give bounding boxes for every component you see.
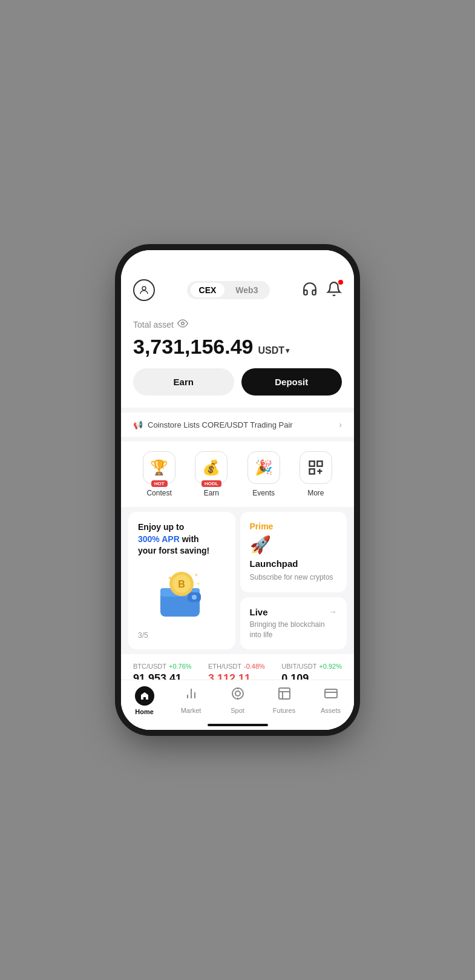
contest-icon-wrap: 🏆 HOT	[143, 451, 175, 484]
market-label: Market	[181, 707, 201, 714]
svg-rect-25	[325, 689, 337, 698]
svg-text:B: B	[178, 579, 185, 589]
nav-spot[interactable]: Spot	[214, 686, 261, 715]
quick-item-earn[interactable]: 💰 HODL Earn	[195, 451, 228, 497]
eth-pair-label: ETH/USDT	[208, 663, 241, 670]
spot-icon	[231, 686, 245, 704]
notification-dot	[338, 280, 343, 285]
contest-icon: 🏆	[150, 459, 168, 476]
currency-selector[interactable]: USDT ▾	[258, 345, 290, 356]
assets-label: Assets	[321, 707, 341, 714]
launchpad-card[interactable]: Prime 🚀 Launchpad Subscribe for new cryp…	[240, 512, 347, 592]
more-label: More	[307, 489, 324, 497]
header-icons	[302, 281, 342, 299]
megaphone-icon: 📢	[133, 420, 143, 429]
home-indicator	[208, 724, 268, 726]
svg-text:✦: ✦	[197, 582, 200, 586]
visibility-toggle-icon[interactable]	[177, 318, 188, 331]
announcement-bar[interactable]: 📢 Coinstore Lists CORE/USDT Trading Pair…	[121, 412, 354, 437]
coin-wallet-illustration: B ✦ ✦ ✦	[154, 567, 209, 621]
more-icon-wrap	[300, 451, 332, 484]
events-icon: 🎉	[255, 459, 273, 476]
quick-item-events[interactable]: 🎉 Events	[247, 451, 280, 497]
btc-pct: +0.76%	[169, 663, 192, 670]
earn-nav-label: Earn	[204, 489, 219, 497]
rocket-icon: 🚀	[250, 535, 338, 555]
header: CEX Web3	[121, 250, 354, 308]
tab-cex[interactable]: CEX	[191, 283, 225, 297]
events-label: Events	[252, 489, 275, 497]
events-icon-wrap: 🎉	[247, 451, 280, 484]
live-title: Live	[250, 607, 268, 617]
savings-card-bottom: 3/5	[138, 631, 226, 640]
deposit-button[interactable]: Deposit	[241, 368, 342, 396]
cards-section: Enjoy up to 300% APR with your forst sav…	[121, 512, 354, 649]
savings-headline: Enjoy up to 300% APR with your forst sav…	[138, 521, 226, 557]
launchpad-title: Launchpad	[250, 558, 338, 569]
spot-label: Spot	[231, 707, 244, 714]
asset-value: 3,731,156.49	[133, 335, 254, 359]
nav-assets[interactable]: Assets	[307, 686, 354, 715]
svg-rect-2	[309, 462, 314, 466]
hot-badge: HOT	[151, 480, 168, 487]
tab-web3[interactable]: Web3	[227, 283, 266, 297]
svg-point-18	[232, 688, 243, 699]
nav-futures[interactable]: Futures	[261, 686, 307, 715]
more-grid-icon	[307, 459, 324, 476]
svg-rect-3	[317, 462, 322, 466]
hodl-badge: HODL	[201, 480, 221, 487]
action-buttons: Earn Deposit	[133, 368, 342, 396]
launchpad-subtitle: Subscribe for new cryptos	[250, 572, 338, 583]
asset-amount: 3,731,156.49 USDT ▾	[133, 335, 342, 359]
support-icon[interactable]	[302, 281, 318, 299]
futures-icon	[277, 686, 292, 704]
earn-icon-wrap: 💰 HODL	[195, 451, 228, 484]
ubit-pair-label: UBIT/USDT	[281, 663, 316, 670]
mode-tabs: CEX Web3	[187, 281, 270, 299]
quick-item-more[interactable]: More	[300, 451, 332, 497]
home-label: Home	[135, 708, 154, 715]
live-subtitle: Bringing the blockchain into life	[250, 620, 338, 640]
profile-icon[interactable]	[133, 279, 155, 301]
ubit-pct: +0.92%	[319, 663, 342, 670]
btc-pair-label: BTC/USDT	[133, 663, 166, 670]
live-title-row: Live →	[250, 607, 338, 617]
prime-badge: Prime	[250, 521, 338, 531]
card-pagination: 3/5	[138, 631, 148, 640]
earn-button[interactable]: Earn	[133, 368, 234, 396]
svg-point-19	[235, 691, 240, 696]
asset-section: Total asset 3,731,156.49 USDT ▾ Earn Dep…	[121, 308, 354, 408]
quick-links: 🏆 HOT Contest 💰 HODL Earn 🎉 Events	[121, 442, 354, 507]
live-card[interactable]: Live → Bringing the blockchain into life	[240, 597, 347, 650]
home-icon	[135, 686, 154, 706]
nav-home[interactable]: Home	[121, 686, 168, 715]
svg-point-8	[192, 595, 197, 600]
savings-card[interactable]: Enjoy up to 300% APR with your forst sav…	[128, 512, 235, 649]
eth-pct: -0.48%	[244, 663, 265, 670]
total-asset-label: Total asset	[133, 318, 342, 331]
asset-label-text: Total asset	[133, 320, 174, 329]
svg-rect-22	[279, 688, 290, 699]
contest-label: Contest	[146, 489, 171, 497]
earn-icon: 💰	[202, 459, 220, 476]
announcement-arrow-icon: ›	[339, 420, 342, 429]
svg-text:✦: ✦	[194, 572, 198, 578]
assets-icon	[324, 686, 338, 704]
bottom-nav: Home Market	[121, 680, 354, 730]
nav-market[interactable]: Market	[168, 686, 214, 715]
market-icon	[184, 686, 198, 704]
live-arrow-icon: →	[329, 607, 337, 617]
currency-label: USDT	[258, 345, 285, 356]
svg-text:✦: ✦	[168, 575, 172, 581]
futures-label: Futures	[273, 707, 295, 714]
svg-rect-4	[309, 469, 314, 474]
quick-item-contest[interactable]: 🏆 HOT Contest	[143, 451, 175, 497]
notification-icon[interactable]	[326, 281, 342, 299]
svg-point-1	[182, 322, 185, 325]
svg-point-0	[142, 286, 146, 290]
announcement-text: Coinstore Lists CORE/USDT Trading Pair	[148, 420, 293, 429]
chevron-down-icon: ▾	[286, 346, 289, 355]
